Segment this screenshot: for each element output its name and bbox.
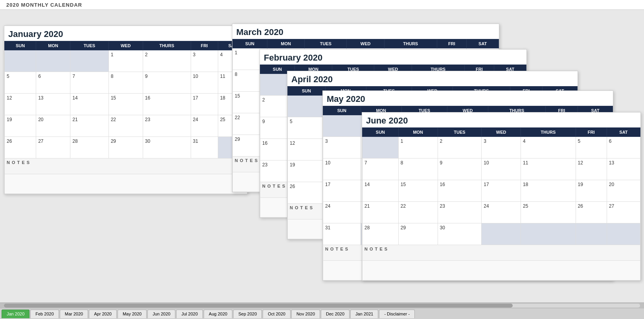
table-cell: 23 [438,202,482,223]
table-cell: 26 [576,202,607,223]
calendar-january: January 2020 SUN MON TUES WED THURS FRI … [4,26,248,194]
table-cell: 12 [288,139,326,160]
jun-header-wed: WED [482,128,521,137]
table-cell: 20 [607,180,640,202]
table-cell: 18 [521,180,576,202]
tab-jul-2020[interactable]: Jul 2020 [176,310,203,318]
table-cell: 19 [288,160,326,182]
table-cell [70,50,109,72]
tab-may-2020[interactable]: May 2020 [118,310,147,318]
tab-sep-2020[interactable]: Sep 2020 [233,310,262,318]
notes-row: N O T E S [362,245,640,261]
table-cell: 12 [576,159,607,180]
table-row: 5 6 7 8 9 10 11 [5,72,247,94]
january-title: January 2020 [4,26,247,41]
jun-header-thu: THURS [521,128,576,137]
table-cell: 15 [398,180,438,202]
tab-oct-2020[interactable]: Oct 2020 [263,310,291,318]
table-row: 26 27 28 29 30 31 [5,137,247,159]
table-cell [576,223,607,245]
notes-content [362,261,640,280]
notes-label: N O T E S [362,245,640,261]
table-cell: 31 [191,137,218,159]
table-cell: 14 [70,94,109,115]
table-cell: 28 [70,137,109,159]
table-cell [36,50,70,72]
table-cell: 9 [143,72,191,94]
table-cell: 19 [576,180,607,202]
table-cell [323,115,361,137]
table-cell: 27 [607,202,640,223]
table-cell: 24 [482,202,521,223]
jun-header-fri: FRI [576,128,607,137]
table-cell: 26 [5,137,36,159]
june-grid: SUN MON TUES WED THURS FRI SAT 1 2 3 [362,127,640,280]
table-cell: 10 [191,72,218,94]
table-row: 1 2 3 4 5 6 [362,137,640,159]
table-cell: 3 [482,137,521,159]
tab-aug-2020[interactable]: Aug 2020 [204,310,232,318]
table-cell [362,137,399,159]
mar-header-thu: THURS [384,39,437,48]
tab-feb-2020[interactable]: Feb 2020 [30,310,59,318]
mar-header-sat: SAT [467,39,499,48]
table-row: 19 20 21 22 23 24 25 [5,115,247,137]
notes-content-row [362,261,640,280]
table-cell: 14 [362,180,399,202]
table-cell: 10 [482,159,521,180]
table-row: 12 13 14 15 16 17 18 [5,94,247,115]
jan-header-mon: MON [36,41,70,50]
mar-header-mon: MON [267,39,305,48]
table-cell: 8 [109,72,143,94]
notes-label: N O T E S [5,159,247,174]
table-cell: 13 [36,94,70,115]
tab-jan-2020[interactable]: Jan 2020 [2,310,29,318]
table-cell: 5 [576,137,607,159]
horizontal-scrollbar[interactable] [0,302,644,308]
table-cell: 17 [323,180,361,202]
jan-header-fri: FRI [191,41,218,50]
table-cell: 24 [191,115,218,137]
table-row: 1 2 3 4 [5,50,247,72]
table-cell: 3 [323,137,361,159]
january-grid: SUN MON TUES WED THURS FRI SAT 1 [4,41,247,194]
table-cell: 16 [143,94,191,115]
table-row: 14 15 16 17 18 19 20 [362,180,640,202]
notes-row: N O T E S [5,159,247,174]
table-cell: 17 [191,94,218,115]
mar-header-fri: FRI [437,39,467,48]
may-header-sun: SUN [323,106,361,115]
mar-header-wed: WED [347,39,385,48]
table-cell: 29 [109,137,143,159]
table-cell [521,223,576,245]
table-cell: 21 [362,202,399,223]
table-cell: 17 [482,180,521,202]
tab-nov-2020[interactable]: Nov 2020 [291,310,320,318]
jun-header-sun: SUN [362,128,399,137]
table-cell: 25 [521,202,576,223]
table-cell: 22 [398,202,438,223]
jan-header-thu: THURS [143,41,191,50]
tab-dec-2020[interactable]: Dec 2020 [321,310,350,318]
tab-jun-2020[interactable]: Jun 2020 [147,310,175,318]
table-cell: 7 [70,72,109,94]
table-cell: 2 [143,50,191,72]
tab-mar-2020[interactable]: Mar 2020 [60,310,88,318]
apr-header-sun: SUN [288,87,326,96]
table-cell [482,223,521,245]
tab-disclaimer[interactable]: - Disclaimer - [379,310,415,318]
app-title: 2020 MONTHLY CALENDAR [6,2,638,9]
table-cell: 8 [398,159,438,180]
table-cell: 2 [438,137,482,159]
scrollbar-thumb[interactable] [4,304,513,308]
table-cell: 29 [398,223,438,245]
may-title: May 2020 [323,91,613,106]
tab-apr-2020[interactable]: Apr 2020 [89,310,117,318]
table-cell: 6 [607,137,640,159]
tab-jan-2021[interactable]: Jan 2021 [350,310,378,318]
jun-header-sat: SAT [607,128,640,137]
main-content: January 2020 SUN MON TUES WED THURS FRI … [0,10,644,302]
table-cell: 6 [36,72,70,94]
table-cell: 5 [5,72,36,94]
table-cell: 31 [323,223,361,245]
